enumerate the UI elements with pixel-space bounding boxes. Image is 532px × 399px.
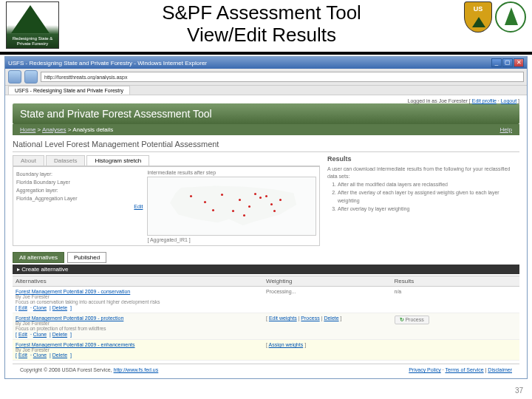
results-cell: n/a <box>392 289 520 310</box>
us-map-image <box>147 177 316 236</box>
breadcrumb: Home > Analyses > Analysis details Help <box>13 124 519 135</box>
edit-layers-link[interactable]: Edit <box>134 204 143 209</box>
map-title: Intermediate results after step <box>147 170 316 175</box>
minimize-button[interactable]: _ <box>491 58 502 67</box>
disclaimer-link[interactable]: Disclaimer <box>488 367 512 372</box>
address-bar[interactable] <box>41 72 524 82</box>
crumb-current: Analysis details <box>72 126 113 133</box>
alt-name-link[interactable]: Forest Management Potential 2009 - conse… <box>16 289 260 294</box>
maximize-button[interactable]: ▢ <box>502 58 513 67</box>
site-banner: State and Private Forest Assessment Tool <box>13 103 519 124</box>
edit-weights-link[interactable]: Edit weights <box>269 316 297 321</box>
slide-header: Redesigning State & Private Forestry S&P… <box>0 0 532 50</box>
login-status: Logged in as Joe Forester [ Edit profile… <box>13 98 519 103</box>
title-line-2: View/Edit Results <box>187 24 336 46</box>
map-footer: [ Aggregated_IR1 ] <box>147 236 316 242</box>
table-row: Forest Management Potential 2009 - prote… <box>13 313 519 340</box>
right-logos <box>464 1 526 33</box>
alt-edit-link[interactable]: Edit <box>18 332 27 337</box>
map-panel: Intermediate results after step <box>147 170 316 242</box>
weighting-cell: [ Assign weights ] <box>263 342 392 358</box>
assign-weights-link[interactable]: Assign weights <box>269 342 304 347</box>
window-title: USFS - Redesigning State and Private For… <box>8 60 207 66</box>
slide-title: S&PF Assessment ToolView/Edit Results <box>59 1 464 46</box>
alt-edit-link[interactable]: Edit <box>18 305 27 310</box>
browser-window: USFS - Redesigning State and Private For… <box>4 56 528 379</box>
layer-settings: Boundary layer: Florida Boundary Layer A… <box>16 170 143 242</box>
close-button[interactable]: ✕ <box>514 58 524 67</box>
histogram-panel: Boundary layer: Florida Boundary Layer A… <box>13 166 320 246</box>
us-outline-icon <box>162 183 302 228</box>
create-alternative-button[interactable]: Create alternative <box>13 265 519 274</box>
table-row: Forest Management Potential 2009 - enhan… <box>13 340 519 361</box>
alt-name-link[interactable]: Forest Management Potential 2009 - enhan… <box>16 342 260 347</box>
alt-delete-link[interactable]: Delete <box>52 332 67 337</box>
sub-tabs: About Datasets Histogram stretch <box>13 155 320 166</box>
footer-site-link[interactable]: http://www.fs.fed.us <box>114 367 159 372</box>
tab-datasets[interactable]: Datasets <box>46 155 86 166</box>
process-link[interactable]: Process <box>301 316 319 321</box>
tree-circle-logo-icon <box>495 1 526 33</box>
alternatives-table: Alternatives Weighting Results Forest Ma… <box>13 276 519 361</box>
alt-name-link[interactable]: Forest Management Potential 2009 - prote… <box>16 316 260 321</box>
redesigning-logo: Redesigning State & Private Forestry <box>6 1 59 49</box>
weighting-cell: [ Edit weights | Process | Delete ] <box>263 316 392 337</box>
title-line-1: S&PF Assessment Tool <box>162 1 361 24</box>
process-button[interactable]: Process <box>395 316 429 324</box>
terms-link[interactable]: Terms of Service <box>445 367 483 372</box>
page-content: Logged in as Joe Forester [ Edit profile… <box>5 95 527 378</box>
page-footer: Copyright © 2008 USDA Forest Service, ht… <box>13 364 519 375</box>
alt-delete-link[interactable]: Delete <box>52 352 67 358</box>
filter-published-button[interactable]: Published <box>67 252 106 263</box>
privacy-link[interactable]: Privacy Policy <box>409 367 441 372</box>
back-button[interactable] <box>8 70 21 83</box>
alt-delete-link[interactable]: Delete <box>52 305 67 310</box>
filter-row: All alternatives Published <box>13 252 519 263</box>
alt-table-header: Alternatives Weighting Results <box>13 276 519 287</box>
logout-link[interactable]: Logout <box>501 98 516 103</box>
results-heading: Results <box>327 155 519 163</box>
delete-weights-link[interactable]: Delete <box>324 316 338 321</box>
results-steps: After all the modified data layers are r… <box>338 180 519 213</box>
help-link[interactable]: Help <box>500 126 512 133</box>
us-forest-service-shield-icon <box>464 1 492 33</box>
header-divider <box>0 52 532 55</box>
page-title: National Level Forest Management Potenti… <box>13 135 519 152</box>
results-cell: Process <box>392 316 520 337</box>
alt-clone-link[interactable]: Clone <box>33 305 47 310</box>
crumb-analyses[interactable]: Analyses <box>42 126 66 133</box>
weighting-cell: Processing... <box>263 289 392 310</box>
browser-tab[interactable]: USFS - Redesigning State and Private For… <box>8 86 130 95</box>
browser-toolbar <box>5 69 527 86</box>
browser-tabs: USFS - Redesigning State and Private For… <box>5 86 527 95</box>
results-panel: Results A user can download intermediate… <box>327 155 519 246</box>
filter-all-button[interactable]: All alternatives <box>13 252 64 263</box>
tab-histogram[interactable]: Histogram stretch <box>86 155 149 166</box>
slide-number: 37 <box>515 386 523 395</box>
alt-clone-link[interactable]: Clone <box>33 352 47 358</box>
table-row: Forest Management Potential 2009 - conse… <box>13 287 519 313</box>
crumb-home[interactable]: Home <box>20 126 35 133</box>
forward-button[interactable] <box>24 70 38 83</box>
results-intro: A user can download intermediate results… <box>327 166 519 180</box>
browser-titlebar: USFS - Redesigning State and Private For… <box>5 57 527 69</box>
alt-edit-link[interactable]: Edit <box>18 352 27 358</box>
alt-clone-link[interactable]: Clone <box>33 332 47 337</box>
tab-about[interactable]: About <box>13 155 44 166</box>
edit-profile-link[interactable]: Edit profile <box>472 98 497 103</box>
